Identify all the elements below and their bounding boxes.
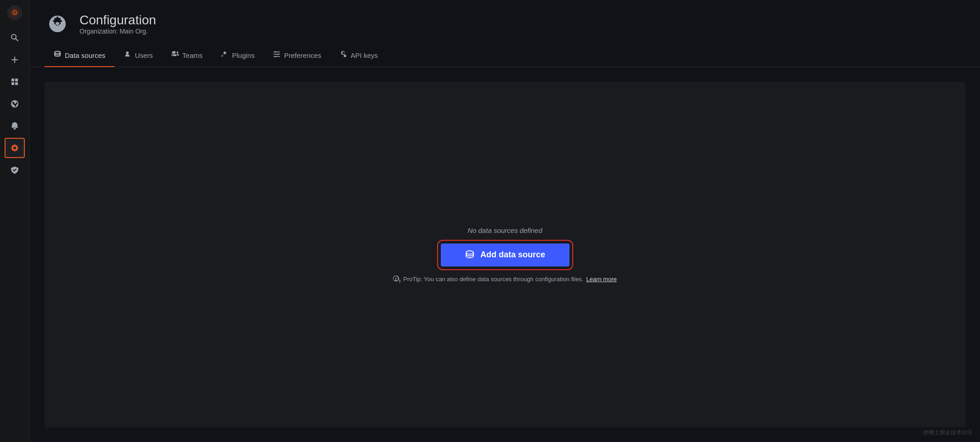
- tab-api-keys-label: API keys: [351, 51, 378, 59]
- protip-icon: [393, 276, 400, 283]
- tab-teams[interactable]: Teams: [162, 44, 212, 67]
- explore-icon: [10, 99, 19, 108]
- tab-preferences[interactable]: Preferences: [264, 44, 330, 67]
- svg-rect-3: [11, 79, 14, 81]
- user-icon: [124, 51, 131, 60]
- svg-rect-6: [15, 82, 18, 85]
- plugins-icon: [221, 51, 228, 60]
- learn-more-link[interactable]: Learn more: [586, 276, 616, 283]
- tab-data-sources[interactable]: Data sources: [45, 44, 114, 67]
- sidebar-item-shield[interactable]: [5, 160, 25, 180]
- svg-point-9: [277, 54, 279, 55]
- watermark: @稀土掘金技术社区: [923, 429, 973, 436]
- search-icon: [10, 33, 19, 42]
- svg-point-10: [274, 56, 276, 57]
- plus-icon: [10, 55, 19, 64]
- dashboards-icon: [10, 77, 19, 86]
- bell-icon: [10, 121, 19, 130]
- sidebar-item-explore[interactable]: [5, 94, 25, 114]
- tab-api-keys[interactable]: API keys: [330, 44, 387, 67]
- api-keys-icon: [340, 51, 347, 60]
- sidebar-item-search[interactable]: [5, 28, 25, 48]
- preferences-icon: [273, 51, 280, 60]
- header-icon: [45, 11, 70, 37]
- sidebar-item-configuration[interactable]: [5, 138, 25, 158]
- teams-icon: [171, 51, 179, 60]
- svg-point-11: [466, 251, 473, 254]
- tab-teams-label: Teams: [182, 51, 203, 59]
- content-area: No data sources defined Add data source: [30, 67, 980, 442]
- main-content: Configuration Organization: Main Org. Da…: [30, 0, 980, 442]
- page-subtitle: Organization: Main Org.: [80, 28, 156, 35]
- grafana-logo[interactable]: ⚙: [6, 4, 24, 22]
- add-datasource-highlight: Add data source: [441, 244, 570, 266]
- tab-plugins[interactable]: Plugins: [212, 44, 264, 67]
- content-panel: No data sources defined Add data source: [45, 82, 965, 427]
- svg-rect-4: [15, 79, 18, 81]
- protip-row: ProTip: You can also define data sources…: [393, 276, 616, 283]
- database-icon: [54, 51, 61, 60]
- tab-data-sources-label: Data sources: [65, 51, 105, 59]
- tabs-bar: Data sources Users Teams: [30, 44, 980, 67]
- tab-users[interactable]: Users: [114, 44, 162, 67]
- page-header: Configuration Organization: Main Org.: [30, 0, 980, 37]
- shield-icon: [10, 165, 19, 175]
- add-data-source-label: Add data source: [480, 250, 545, 260]
- svg-point-7: [55, 51, 60, 54]
- header-text: Configuration Organization: Main Org.: [80, 13, 156, 35]
- sidebar: ⚙: [0, 0, 30, 442]
- tab-preferences-label: Preferences: [284, 51, 321, 59]
- gear-icon: [10, 143, 19, 153]
- tab-plugins-label: Plugins: [232, 51, 255, 59]
- svg-point-8: [274, 51, 276, 53]
- tab-users-label: Users: [135, 51, 153, 59]
- sidebar-item-create[interactable]: [5, 50, 25, 70]
- protip-text: ProTip: You can also define data sources…: [403, 276, 583, 283]
- page-title: Configuration: [80, 13, 156, 28]
- sidebar-item-dashboards[interactable]: [5, 72, 25, 92]
- no-data-message: No data sources defined: [467, 227, 542, 234]
- sidebar-item-alerting[interactable]: [5, 116, 25, 136]
- add-data-source-button[interactable]: Add data source: [441, 244, 570, 266]
- svg-text:⚙: ⚙: [11, 9, 18, 17]
- database-button-icon: [465, 250, 475, 260]
- svg-rect-5: [11, 82, 14, 85]
